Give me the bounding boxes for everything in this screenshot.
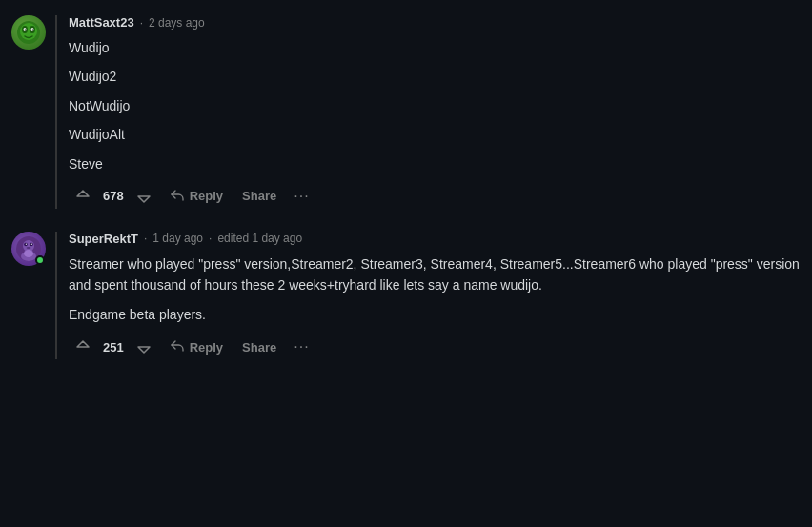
reply-icon — [170, 339, 185, 355]
more-options-button[interactable]: ··· — [288, 334, 315, 359]
share-button[interactable]: Share — [234, 185, 284, 207]
share-label: Share — [242, 189, 276, 203]
more-icon: ··· — [294, 338, 309, 355]
downvote-button[interactable] — [130, 184, 158, 209]
upvote-button[interactable] — [69, 334, 97, 359]
svg-point-7 — [32, 30, 34, 31]
comment-text-1: Wudijo Wudijo2 NotWudijo WudijoAlt Steve — [69, 37, 801, 174]
timestamp: 1 day ago — [152, 232, 203, 245]
online-indicator — [35, 255, 45, 265]
avatar — [11, 232, 46, 266]
edited-label: edited 1 day ago — [217, 232, 302, 245]
username: MattSaxt23 — [69, 15, 134, 30]
comment-actions-1: 678 Reply Share ··· — [69, 184, 801, 209]
upvote-icon — [74, 338, 91, 355]
svg-point-16 — [24, 250, 33, 257]
username: SuperRektT — [69, 232, 138, 246]
reply-icon — [170, 189, 185, 204]
share-label: Share — [242, 340, 276, 355]
avatar — [11, 15, 46, 50]
comment-body-2: SuperRektT · 1 day ago · edited 1 day ag… — [55, 232, 801, 359]
comment-1: MattSaxt23 · 2 days ago Wudijo Wudijo2 N… — [11, 15, 801, 209]
comment-header-1: MattSaxt23 · 2 days ago — [69, 15, 801, 30]
reply-label: Reply — [190, 189, 223, 203]
svg-point-6 — [25, 30, 27, 31]
text-line: NotWudijo — [69, 95, 801, 116]
downvote-icon — [135, 338, 152, 355]
more-options-button[interactable]: ··· — [288, 184, 315, 209]
share-button[interactable]: Share — [234, 336, 284, 358]
timestamp: 2 days ago — [149, 16, 205, 30]
separator-dot: · — [140, 16, 143, 30]
vote-count: 678 — [101, 189, 126, 203]
comments-container: MattSaxt23 · 2 days ago Wudijo Wudijo2 N… — [0, 0, 812, 397]
reply-button[interactable]: Reply — [162, 335, 231, 358]
text-paragraph: Streamer who played "press" version,Stre… — [69, 253, 801, 296]
svg-point-12 — [26, 244, 27, 245]
text-line: Steve — [69, 153, 801, 174]
upvote-button[interactable] — [69, 184, 97, 209]
upvote-icon — [74, 188, 91, 205]
reply-button[interactable]: Reply — [162, 185, 231, 208]
svg-point-14 — [27, 247, 31, 249]
text-paragraph: Endgame beta players. — [69, 304, 801, 325]
comment-body-1: MattSaxt23 · 2 days ago Wudijo Wudijo2 N… — [55, 15, 801, 209]
separator-dot: · — [144, 232, 147, 245]
separator-dot-2: · — [209, 232, 212, 245]
comment-text-2: Streamer who played "press" version,Stre… — [69, 253, 801, 325]
comment-header-2: SuperRektT · 1 day ago · edited 1 day ag… — [69, 232, 801, 246]
vote-count: 251 — [101, 340, 126, 355]
text-line: WudijoAlt — [69, 124, 801, 145]
text-line: Wudijo2 — [69, 66, 801, 87]
downvote-button[interactable] — [130, 334, 158, 359]
reply-label: Reply — [190, 340, 223, 355]
svg-point-13 — [31, 244, 32, 245]
more-icon: ··· — [294, 188, 309, 205]
downvote-icon — [135, 188, 152, 205]
text-line: Wudijo — [69, 37, 801, 58]
comment-actions-2: 251 Reply Share ··· — [69, 334, 801, 359]
comment-2: SuperRektT · 1 day ago · edited 1 day ag… — [11, 232, 801, 359]
